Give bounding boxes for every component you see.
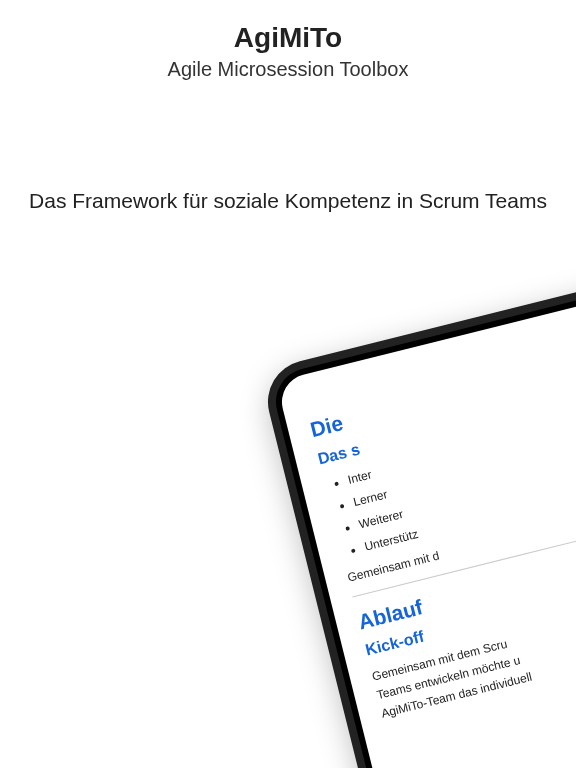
- device-screen: Die Das s Inter Lerner Weiterer Unterstü…: [276, 262, 576, 768]
- screen-content: Die Das s Inter Lerner Weiterer Unterstü…: [276, 262, 576, 768]
- app-subtitle: Agile Microsession Toolbox: [0, 58, 576, 81]
- tagline-text: Das Framework für soziale Kompetenz in S…: [0, 189, 576, 213]
- app-header: AgiMiTo Agile Microsession Toolbox: [0, 0, 576, 81]
- app-title: AgiMiTo: [0, 22, 576, 54]
- device-bezel: Die Das s Inter Lerner Weiterer Unterstü…: [269, 255, 576, 768]
- device-mockup: Die Das s Inter Lerner Weiterer Unterstü…: [259, 245, 576, 768]
